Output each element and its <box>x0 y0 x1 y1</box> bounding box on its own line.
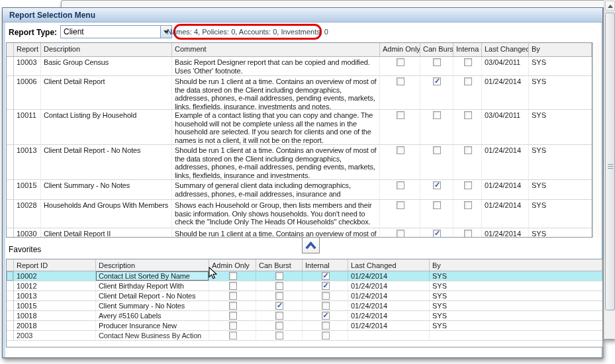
admin-only-checkbox[interactable] <box>229 332 237 340</box>
row-gutter[interactable] <box>7 321 14 330</box>
column-header[interactable]: Admin Only <box>380 43 420 56</box>
column-header[interactable]: By <box>430 259 602 271</box>
table-row[interactable]: 10015Client Summary - No Notes01/24/2014… <box>7 301 602 311</box>
internal-checkbox[interactable] <box>464 77 472 85</box>
row-gutter[interactable] <box>7 228 14 238</box>
row-gutter[interactable] <box>7 291 14 300</box>
can-burst-checkbox[interactable] <box>275 312 283 320</box>
internal-checkbox[interactable] <box>322 322 330 330</box>
column-header[interactable]: Comment <box>172 43 380 56</box>
row-gutter[interactable] <box>7 301 14 310</box>
table-row[interactable]: 10013Client Detail Report - No NotesShou… <box>7 145 592 180</box>
report-type-dropdown[interactable]: Client <box>60 25 172 38</box>
column-header[interactable]: Internal <box>303 259 348 271</box>
cell-comment: Example of a contact listing that you ca… <box>172 110 380 144</box>
column-header[interactable]: By <box>529 43 592 56</box>
table-scrollbar-track[interactable] <box>592 42 602 238</box>
row-gutter[interactable] <box>7 57 14 75</box>
can-burst-checkbox[interactable] <box>433 146 441 154</box>
row-gutter[interactable] <box>7 145 14 179</box>
admin-only-checkbox[interactable] <box>397 181 404 189</box>
internal-checkbox[interactable] <box>322 292 330 300</box>
admin-only-checkbox[interactable] <box>229 272 237 280</box>
cell-can-burst <box>420 180 453 199</box>
row-gutter[interactable] <box>7 311 14 320</box>
internal-checkbox[interactable] <box>464 181 472 189</box>
table-row[interactable]: 10028Households And Groups With MembersS… <box>7 200 592 228</box>
column-header[interactable]: Interna▲ <box>453 43 482 56</box>
internal-checkbox[interactable] <box>464 58 472 66</box>
admin-only-checkbox[interactable] <box>229 322 237 330</box>
internal-checkbox[interactable] <box>322 332 330 340</box>
row-gutter[interactable] <box>7 180 14 199</box>
can-burst-checkbox[interactable] <box>275 272 283 280</box>
can-burst-checkbox[interactable] <box>275 282 283 290</box>
can-burst-checkbox[interactable] <box>433 111 441 119</box>
cell-last-changed: 01/24/2014 <box>482 200 529 228</box>
can-burst-checkbox[interactable] <box>433 181 441 189</box>
column-header[interactable]: Report ID <box>14 259 96 271</box>
internal-checkbox[interactable] <box>464 111 472 119</box>
column-header[interactable]: Can Burst <box>420 43 453 56</box>
can-burst-checkbox[interactable] <box>275 292 283 300</box>
table-row[interactable]: 10002Contact List Sorted By Name01/24/20… <box>7 271 602 281</box>
admin-only-checkbox[interactable] <box>397 58 404 66</box>
row-gutter[interactable] <box>7 271 14 281</box>
column-header[interactable]: Description <box>41 43 172 56</box>
internal-checkbox[interactable] <box>322 312 330 320</box>
can-burst-checkbox[interactable] <box>433 77 441 85</box>
can-burst-checkbox[interactable] <box>275 302 283 310</box>
row-gutter[interactable] <box>7 76 14 109</box>
table-row[interactable]: 10006Client Detail ReportShould be run 1… <box>7 76 592 110</box>
row-gutter[interactable] <box>7 331 14 340</box>
admin-only-checkbox[interactable] <box>229 312 237 320</box>
table-row[interactable]: 10013Client Detail Report - No Notes01/2… <box>7 291 602 301</box>
table-row[interactable]: 2003Contact New Business By Action <box>7 331 602 341</box>
internal-checkbox[interactable] <box>322 282 330 290</box>
admin-only-checkbox[interactable] <box>397 77 404 85</box>
can-burst-checkbox[interactable] <box>275 322 283 330</box>
cell-can-burst <box>256 271 303 281</box>
can-burst-checkbox[interactable] <box>433 58 441 66</box>
internal-checkbox[interactable] <box>322 302 330 310</box>
internal-checkbox[interactable] <box>322 272 330 280</box>
admin-only-checkbox[interactable] <box>397 146 404 154</box>
scrollbar-thumb[interactable] <box>605 13 615 310</box>
cell-last-changed: 01/24/2014 <box>482 145 529 179</box>
scroll-up-button[interactable] <box>605 1 615 11</box>
table-row[interactable]: 10012Client Birthday Report With Primary… <box>7 281 602 291</box>
column-header[interactable]: Report ID <box>14 43 41 56</box>
table-row[interactable]: 10030Client Detail Report IIShould be ru… <box>7 228 592 238</box>
outer-scrollbar[interactable] <box>604 0 615 339</box>
row-gutter[interactable] <box>7 110 14 144</box>
row-gutter[interactable] <box>7 281 14 291</box>
column-header[interactable]: Last Changed <box>348 259 430 271</box>
internal-checkbox[interactable] <box>464 201 472 209</box>
table-row[interactable]: 20018Producer Insurance New Business01/2… <box>7 321 602 331</box>
cell-internal <box>453 57 482 75</box>
cell-admin-only <box>380 200 420 228</box>
can-burst-checkbox[interactable] <box>275 332 283 340</box>
table-row[interactable]: 10015Client Summary - No NotesSummary of… <box>7 180 592 200</box>
row-gutter[interactable] <box>7 200 14 228</box>
column-header[interactable]: Description <box>96 259 209 271</box>
window-titlebar[interactable]: Report Selection Menu <box>3 8 602 23</box>
column-header[interactable]: Last Changed <box>482 43 529 56</box>
table-row[interactable]: 10003Basic Group CensusBasic Report Desi… <box>7 57 592 76</box>
admin-only-checkbox[interactable] <box>397 201 404 209</box>
move-up-button[interactable] <box>302 237 320 253</box>
can-burst-checkbox[interactable] <box>433 201 441 209</box>
cell-can-burst <box>256 281 303 291</box>
table-row[interactable]: 10011Contact Listing By HouseholdExample… <box>7 110 592 145</box>
cell-admin-only <box>209 311 256 320</box>
table-row[interactable]: 10018Avery #5160 Labels01/24/2014SYS <box>7 311 602 321</box>
can-burst-checkbox[interactable] <box>433 230 441 238</box>
column-header[interactable]: Can Burst <box>256 259 303 271</box>
admin-only-checkbox[interactable] <box>229 302 237 310</box>
internal-checkbox[interactable] <box>464 230 472 238</box>
internal-checkbox[interactable] <box>464 146 472 154</box>
admin-only-checkbox[interactable] <box>229 292 237 300</box>
admin-only-checkbox[interactable] <box>397 111 404 119</box>
admin-only-checkbox[interactable] <box>397 230 404 238</box>
admin-only-checkbox[interactable] <box>229 282 237 290</box>
